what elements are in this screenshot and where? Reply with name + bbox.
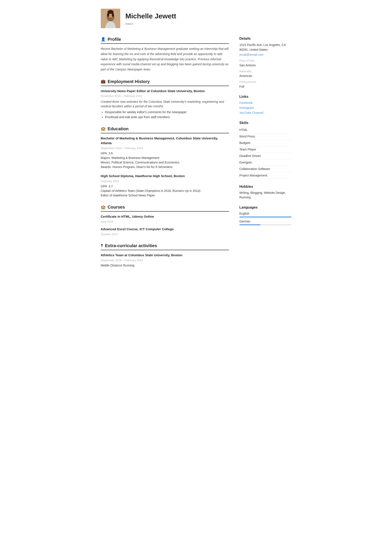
email-link[interactable]: email@email.com xyxy=(240,53,263,56)
skill-3: Team Player xyxy=(240,146,291,153)
skill-6: Collaboration Software xyxy=(240,166,291,172)
activity-title-1: Athletics Team at Columbus State Univers… xyxy=(101,253,229,258)
edu-title-1: Bachelor of Marketing & Business Managem… xyxy=(101,136,229,146)
link-instagram[interactable]: Instragram xyxy=(240,106,291,110)
skills-section: Skills HTML Word Press Budgets Team Play… xyxy=(240,120,291,179)
edu-detail-gpa2: GPA: 3.7 xyxy=(101,184,229,189)
profile-section: 👤 Profile Recent Bachelor of Marketing &… xyxy=(101,36,229,72)
profile-icon: 👤 xyxy=(101,37,106,42)
edu-detail-captain: Captain of Athletics Team (State Champio… xyxy=(101,189,229,193)
course-date-2: October 2017 xyxy=(101,232,229,236)
edu-entry-2: High School Diploma, Hawthorne High Scho… xyxy=(101,174,229,198)
address: 1515 Pacific Ave, Los Angeles, CA 90291,… xyxy=(240,43,291,52)
link-youtube[interactable]: YouTube Channel xyxy=(240,110,291,115)
right-column: Details 1515 Pacific Ave, Los Angeles, C… xyxy=(240,36,291,274)
edu-title-2: High School Diploma, Hawthorne High Scho… xyxy=(101,174,229,179)
courses-section-title: 🏫 Courses xyxy=(101,204,229,212)
course-entry-2: Advanced Excel Course, ICT Computer Coll… xyxy=(101,227,229,236)
skills-title: Skills xyxy=(240,120,291,125)
links-section: Links Facebook Instragram YouTube Channe… xyxy=(240,94,291,115)
job-entry: University News Paper Editor at Columbus… xyxy=(101,89,229,119)
birth-label: Place of birth xyxy=(240,59,291,63)
job-bullets: Responsible for weekly editor's comments… xyxy=(101,110,229,119)
skill-2: Budgets xyxy=(240,140,291,146)
skill-5: Energetic xyxy=(240,159,291,166)
course-entry-1: Certificate in HTML, Udemy Online April … xyxy=(101,214,229,224)
link-facebook[interactable]: Facebook xyxy=(240,101,291,105)
edu-detail-gpa1: GPA: 3.6 xyxy=(101,151,229,156)
employment-section-title: 💼 Employment History xyxy=(101,78,229,86)
job-desc: Created three new websites for the Colum… xyxy=(101,100,229,109)
activity-entry-1: Athletics Team at Columbus State Univers… xyxy=(101,253,229,268)
hobbies-text: Writing, Blogging, Website Design, Runni… xyxy=(240,190,291,200)
edu-detail-editor: Editor of Hawthorne School News Paper xyxy=(101,193,229,198)
svg-point-5 xyxy=(112,13,114,17)
details-title: Details xyxy=(240,36,291,41)
birth-value: San Antonio xyxy=(240,63,291,68)
license-label: Driving license xyxy=(240,80,291,84)
nationality-label: Nationality xyxy=(240,69,291,73)
activities-icon: ☨ xyxy=(101,243,103,249)
resume-page: Michelle Jewett Intern 👤 Profile Recent … xyxy=(92,0,300,287)
languages-section: Languages English German xyxy=(240,205,291,225)
languages-title: Languages xyxy=(240,205,291,210)
lang-german: German xyxy=(240,219,291,225)
lang-english: English xyxy=(240,211,291,218)
courses-icon: 🏫 xyxy=(101,204,106,210)
edu-entry-1: Bachelor of Marketing & Business Managem… xyxy=(101,136,229,169)
course-date-1: April 2018 xyxy=(101,220,229,224)
job-date: November 2016 – February 2019 xyxy=(101,94,229,98)
left-column: 👤 Profile Recent Bachelor of Marketing &… xyxy=(101,36,229,274)
course-title-1: Certificate in HTML, Udemy Online xyxy=(101,214,229,219)
nationality-value: American xyxy=(240,74,291,78)
skill-1: Word Press xyxy=(240,133,291,140)
activity-detail-1: Middle Distance Running xyxy=(101,263,229,268)
edu-date-1: September 2016 – February 2019 xyxy=(101,146,229,150)
main-layout: 👤 Profile Recent Bachelor of Marketing &… xyxy=(101,36,291,274)
lang-german-bar-fill xyxy=(240,224,260,225)
job-title: University News Paper Editor at Columbus… xyxy=(101,89,229,94)
skill-4: Deadline Driven xyxy=(240,153,291,159)
lang-german-name: German xyxy=(240,219,291,224)
avatar xyxy=(101,9,120,28)
edu-date-2: February 2016 xyxy=(101,179,229,183)
lang-german-bar-bg xyxy=(240,224,291,225)
profile-section-title: 👤 Profile xyxy=(101,36,229,44)
skill-7: Project Management xyxy=(240,172,291,179)
hobbies-title: Hobbies xyxy=(240,184,291,189)
hobbies-section: Hobbies Writing, Blogging, Website Desig… xyxy=(240,184,291,200)
lang-english-name: English xyxy=(240,211,291,216)
education-icon: 🏫 xyxy=(101,126,106,131)
employment-icon: 💼 xyxy=(101,79,106,84)
education-section-title: 🏫 Education xyxy=(101,125,229,133)
header-info: Michelle Jewett Intern xyxy=(125,11,176,26)
course-title-2: Advanced Excel Course, ICT Computer Coll… xyxy=(101,227,229,232)
lang-english-bar-bg xyxy=(240,217,291,218)
activities-section: ☨ Extra-curricular activities Athletics … xyxy=(101,242,229,268)
courses-section: 🏫 Courses Certificate in HTML, Udemy Onl… xyxy=(101,204,229,236)
links-title: Links xyxy=(240,94,291,99)
edu-detail-awards: Awards: Honors Program, Dean's list for … xyxy=(101,165,229,169)
details-section: Details 1515 Pacific Ave, Los Angeles, C… xyxy=(240,36,291,89)
bullet-1: Responsible for weekly editor's comments… xyxy=(105,110,229,115)
lang-english-bar-fill xyxy=(240,217,291,218)
education-section: 🏫 Education Bachelor of Marketing & Busi… xyxy=(101,125,229,198)
candidate-name: Michelle Jewett xyxy=(125,11,176,21)
activity-date-1: September 2016 – February 2019 xyxy=(101,258,229,263)
edu-detail-minor: Minors: Political Science, Communication… xyxy=(101,160,229,165)
edu-detail-major: Majors: Marketing & Business Management xyxy=(101,156,229,160)
header: Michelle Jewett Intern xyxy=(101,9,291,28)
employment-section: 💼 Employment History University News Pap… xyxy=(101,78,229,119)
activities-section-title: ☨ Extra-curricular activities xyxy=(101,242,229,250)
svg-point-4 xyxy=(107,13,109,17)
candidate-subtitle: Intern xyxy=(125,22,176,26)
bullet-2: Proofread and edit write ups from staff … xyxy=(105,115,229,119)
license-value: Full xyxy=(240,84,291,89)
profile-text: Recent Bachelor of Marketing & Business … xyxy=(101,46,229,72)
skill-0: HTML xyxy=(240,127,291,133)
